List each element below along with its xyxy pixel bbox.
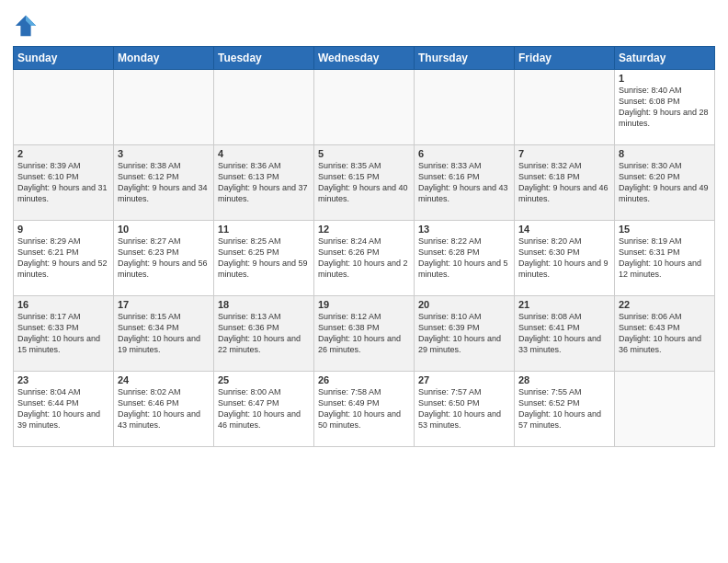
day-info: Sunrise: 8:27 AM Sunset: 6:23 PM Dayligh… bbox=[118, 236, 210, 281]
day-info: Sunrise: 8:17 AM Sunset: 6:33 PM Dayligh… bbox=[17, 311, 109, 356]
calendar-cell: 7Sunrise: 8:32 AM Sunset: 6:18 PM Daylig… bbox=[515, 145, 615, 221]
day-info: Sunrise: 8:36 AM Sunset: 6:13 PM Dayligh… bbox=[218, 160, 310, 205]
day-number: 14 bbox=[518, 224, 610, 235]
week-row-2: 2Sunrise: 8:39 AM Sunset: 6:10 PM Daylig… bbox=[14, 145, 715, 221]
calendar-cell: 5Sunrise: 8:35 AM Sunset: 6:15 PM Daylig… bbox=[314, 145, 415, 221]
day-number: 7 bbox=[518, 148, 610, 159]
day-info: Sunrise: 8:00 AM Sunset: 6:47 PM Dayligh… bbox=[218, 386, 310, 431]
day-info: Sunrise: 8:33 AM Sunset: 6:16 PM Dayligh… bbox=[418, 160, 510, 205]
weekday-header-tuesday: Tuesday bbox=[214, 47, 314, 70]
calendar-cell: 17Sunrise: 8:15 AM Sunset: 6:34 PM Dayli… bbox=[114, 296, 214, 372]
calendar-cell: 6Sunrise: 8:33 AM Sunset: 6:16 PM Daylig… bbox=[415, 145, 515, 221]
calendar-cell bbox=[515, 70, 615, 145]
day-number: 26 bbox=[318, 374, 410, 385]
calendar-cell: 13Sunrise: 8:22 AM Sunset: 6:28 PM Dayli… bbox=[415, 221, 515, 296]
calendar-cell: 15Sunrise: 8:19 AM Sunset: 6:31 PM Dayli… bbox=[615, 221, 715, 296]
calendar-cell bbox=[114, 70, 214, 145]
calendar-cell: 1Sunrise: 8:40 AM Sunset: 6:08 PM Daylig… bbox=[615, 70, 715, 145]
calendar-cell bbox=[314, 70, 415, 145]
calendar-cell: 22Sunrise: 8:06 AM Sunset: 6:43 PM Dayli… bbox=[615, 296, 715, 372]
calendar-table: SundayMondayTuesdayWednesdayThursdayFrid… bbox=[13, 46, 715, 447]
day-info: Sunrise: 8:29 AM Sunset: 6:21 PM Dayligh… bbox=[17, 236, 109, 281]
day-info: Sunrise: 8:32 AM Sunset: 6:18 PM Dayligh… bbox=[518, 160, 610, 205]
calendar-cell: 10Sunrise: 8:27 AM Sunset: 6:23 PM Dayli… bbox=[114, 221, 214, 296]
calendar-cell: 11Sunrise: 8:25 AM Sunset: 6:25 PM Dayli… bbox=[214, 221, 314, 296]
calendar-cell: 4Sunrise: 8:36 AM Sunset: 6:13 PM Daylig… bbox=[214, 145, 314, 221]
day-info: Sunrise: 8:25 AM Sunset: 6:25 PM Dayligh… bbox=[218, 236, 310, 281]
day-info: Sunrise: 8:35 AM Sunset: 6:15 PM Dayligh… bbox=[318, 160, 410, 205]
calendar-cell bbox=[615, 372, 715, 447]
calendar-cell: 28Sunrise: 7:55 AM Sunset: 6:52 PM Dayli… bbox=[515, 372, 615, 447]
day-number: 1 bbox=[619, 73, 711, 84]
calendar-cell: 23Sunrise: 8:04 AM Sunset: 6:44 PM Dayli… bbox=[14, 372, 114, 447]
day-number: 4 bbox=[218, 148, 310, 159]
calendar-cell: 24Sunrise: 8:02 AM Sunset: 6:46 PM Dayli… bbox=[114, 372, 214, 447]
day-number: 8 bbox=[619, 148, 711, 159]
header bbox=[13, 9, 715, 39]
day-info: Sunrise: 8:12 AM Sunset: 6:38 PM Dayligh… bbox=[318, 311, 410, 356]
calendar-cell bbox=[415, 70, 515, 145]
day-info: Sunrise: 8:39 AM Sunset: 6:10 PM Dayligh… bbox=[17, 160, 109, 205]
calendar-cell: 27Sunrise: 7:57 AM Sunset: 6:50 PM Dayli… bbox=[415, 372, 515, 447]
day-number: 27 bbox=[418, 374, 510, 385]
week-row-5: 23Sunrise: 8:04 AM Sunset: 6:44 PM Dayli… bbox=[14, 372, 715, 447]
calendar-cell: 3Sunrise: 8:38 AM Sunset: 6:12 PM Daylig… bbox=[114, 145, 214, 221]
day-number: 13 bbox=[418, 224, 510, 235]
weekday-header-wednesday: Wednesday bbox=[314, 47, 415, 70]
day-info: Sunrise: 8:24 AM Sunset: 6:26 PM Dayligh… bbox=[318, 236, 410, 281]
day-number: 17 bbox=[118, 299, 210, 310]
day-info: Sunrise: 8:38 AM Sunset: 6:12 PM Dayligh… bbox=[118, 160, 210, 205]
day-number: 15 bbox=[619, 224, 711, 235]
calendar-cell: 20Sunrise: 8:10 AM Sunset: 6:39 PM Dayli… bbox=[415, 296, 515, 372]
day-info: Sunrise: 8:08 AM Sunset: 6:41 PM Dayligh… bbox=[518, 311, 610, 356]
week-row-1: 1Sunrise: 8:40 AM Sunset: 6:08 PM Daylig… bbox=[14, 70, 715, 145]
day-number: 11 bbox=[218, 224, 310, 235]
calendar-cell bbox=[14, 70, 114, 145]
calendar-cell: 21Sunrise: 8:08 AM Sunset: 6:41 PM Dayli… bbox=[515, 296, 615, 372]
page-container: SundayMondayTuesdayWednesdayThursdayFrid… bbox=[0, 0, 728, 453]
weekday-header-monday: Monday bbox=[114, 47, 214, 70]
day-number: 3 bbox=[118, 148, 210, 159]
day-info: Sunrise: 8:04 AM Sunset: 6:44 PM Dayligh… bbox=[17, 386, 109, 431]
day-number: 25 bbox=[218, 374, 310, 385]
day-number: 5 bbox=[318, 148, 410, 159]
weekday-header-saturday: Saturday bbox=[615, 47, 715, 70]
calendar-cell: 12Sunrise: 8:24 AM Sunset: 6:26 PM Dayli… bbox=[314, 221, 415, 296]
calendar-cell: 8Sunrise: 8:30 AM Sunset: 6:20 PM Daylig… bbox=[615, 145, 715, 221]
calendar-cell: 16Sunrise: 8:17 AM Sunset: 6:33 PM Dayli… bbox=[14, 296, 114, 372]
week-row-4: 16Sunrise: 8:17 AM Sunset: 6:33 PM Dayli… bbox=[14, 296, 715, 372]
calendar-cell: 2Sunrise: 8:39 AM Sunset: 6:10 PM Daylig… bbox=[14, 145, 114, 221]
day-info: Sunrise: 8:13 AM Sunset: 6:36 PM Dayligh… bbox=[218, 311, 310, 356]
weekday-header-row: SundayMondayTuesdayWednesdayThursdayFrid… bbox=[14, 47, 715, 70]
weekday-header-sunday: Sunday bbox=[14, 47, 114, 70]
calendar-cell: 14Sunrise: 8:20 AM Sunset: 6:30 PM Dayli… bbox=[515, 221, 615, 296]
calendar-cell bbox=[214, 70, 314, 145]
calendar-cell: 19Sunrise: 8:12 AM Sunset: 6:38 PM Dayli… bbox=[314, 296, 415, 372]
day-info: Sunrise: 8:10 AM Sunset: 6:39 PM Dayligh… bbox=[418, 311, 510, 356]
day-number: 28 bbox=[518, 374, 610, 385]
day-number: 18 bbox=[218, 299, 310, 310]
day-number: 21 bbox=[518, 299, 610, 310]
day-info: Sunrise: 8:30 AM Sunset: 6:20 PM Dayligh… bbox=[619, 160, 711, 205]
week-row-3: 9Sunrise: 8:29 AM Sunset: 6:21 PM Daylig… bbox=[14, 221, 715, 296]
day-number: 12 bbox=[318, 224, 410, 235]
weekday-header-friday: Friday bbox=[515, 47, 615, 70]
day-info: Sunrise: 7:57 AM Sunset: 6:50 PM Dayligh… bbox=[418, 386, 510, 431]
day-info: Sunrise: 8:15 AM Sunset: 6:34 PM Dayligh… bbox=[118, 311, 210, 356]
day-number: 9 bbox=[17, 224, 109, 235]
logo bbox=[13, 13, 42, 39]
day-info: Sunrise: 8:06 AM Sunset: 6:43 PM Dayligh… bbox=[619, 311, 711, 356]
day-number: 24 bbox=[118, 374, 210, 385]
day-number: 2 bbox=[17, 148, 109, 159]
day-info: Sunrise: 8:02 AM Sunset: 6:46 PM Dayligh… bbox=[118, 386, 210, 431]
day-number: 19 bbox=[318, 299, 410, 310]
logo-icon bbox=[13, 13, 39, 39]
day-number: 16 bbox=[17, 299, 109, 310]
day-info: Sunrise: 8:22 AM Sunset: 6:28 PM Dayligh… bbox=[418, 236, 510, 281]
day-info: Sunrise: 8:19 AM Sunset: 6:31 PM Dayligh… bbox=[619, 236, 711, 281]
day-info: Sunrise: 7:55 AM Sunset: 6:52 PM Dayligh… bbox=[518, 386, 610, 431]
day-info: Sunrise: 7:58 AM Sunset: 6:49 PM Dayligh… bbox=[318, 386, 410, 431]
calendar-cell: 9Sunrise: 8:29 AM Sunset: 6:21 PM Daylig… bbox=[14, 221, 114, 296]
calendar-cell: 18Sunrise: 8:13 AM Sunset: 6:36 PM Dayli… bbox=[214, 296, 314, 372]
day-number: 20 bbox=[418, 299, 510, 310]
